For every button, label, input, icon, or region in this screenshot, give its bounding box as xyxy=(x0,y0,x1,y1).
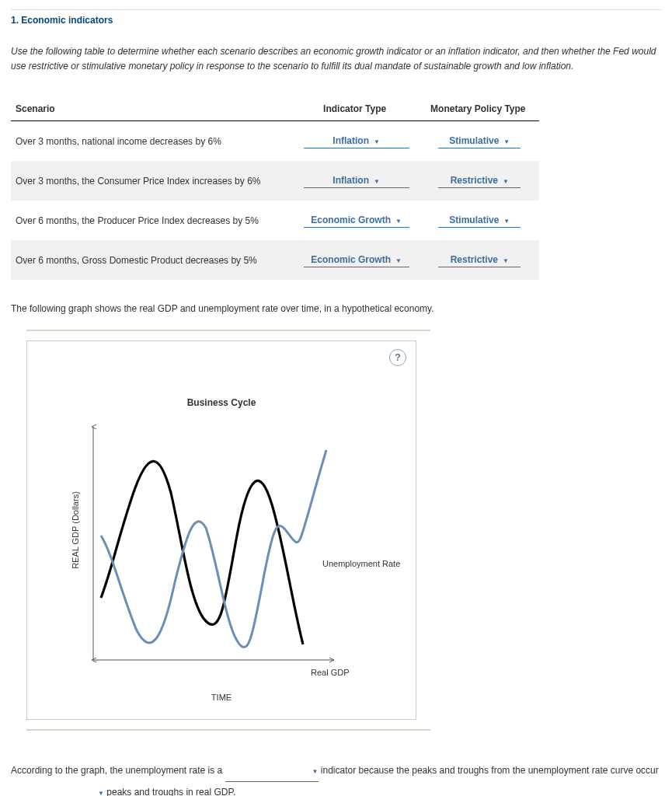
business-cycle-chart: ? Business Cycle REAL GDP (Dollars) Unem… xyxy=(26,340,416,720)
help-icon[interactable]: ? xyxy=(389,349,406,366)
chevron-down-icon: ▼ xyxy=(503,257,509,264)
policy-dropdown[interactable]: Restrictive▼ xyxy=(438,253,521,267)
instructions-text: Use the following table to determine whe… xyxy=(11,44,661,74)
indicator-dropdown[interactable]: Economic Growth▼ xyxy=(304,253,409,267)
scenario-cell: Over 6 months, the Producer Price Index … xyxy=(11,201,293,240)
sentence-part1: According to the graph, the unemployment… xyxy=(11,765,222,776)
policy-dropdown[interactable]: Restrictive▼ xyxy=(438,173,521,188)
scenario-cell: Over 3 months, the Consumer Price Index … xyxy=(11,161,293,201)
chevron-down-icon: ▼ xyxy=(312,768,319,775)
col-scenario: Scenario xyxy=(11,97,293,121)
policy-dropdown[interactable]: Stimulative▼ xyxy=(438,213,521,228)
scenario-table: Scenario Indicator Type Monetary Policy … xyxy=(11,97,539,280)
sentence-part3: peaks and troughs in real GDP. xyxy=(106,787,235,796)
fill-in-sentence: According to the graph, the unemployment… xyxy=(11,760,661,796)
timing-dropdown[interactable]: ▼ xyxy=(11,782,104,796)
chevron-down-icon: ▼ xyxy=(503,138,510,145)
legend-real-gdp: Real GDP xyxy=(311,668,350,677)
scenario-cell: Over 6 months, Gross Domestic Product de… xyxy=(11,240,293,280)
col-indicator: Indicator Type xyxy=(293,97,420,121)
chart-title: Business Cycle xyxy=(27,397,416,408)
table-row: Over 6 months, the Producer Price Index … xyxy=(11,201,539,240)
sentence-part2: indicator because the peaks and troughs … xyxy=(321,765,659,776)
chevron-down-icon: ▼ xyxy=(374,178,380,185)
legend-unemployment: Unemployment Rate xyxy=(322,559,400,568)
graph-intro-text: The following graph shows the real GDP a… xyxy=(11,303,661,314)
indicator-dropdown[interactable]: Inflation▼ xyxy=(304,173,409,188)
chart-bottom-rule xyxy=(26,729,430,731)
chevron-down-icon: ▼ xyxy=(503,218,510,225)
table-row: Over 3 months, national income decreases… xyxy=(11,121,539,162)
chevron-down-icon: ▼ xyxy=(98,790,104,796)
indicator-type-dropdown[interactable]: ▼ xyxy=(225,760,319,781)
scenario-cell: Over 3 months, national income decreases… xyxy=(11,121,293,162)
chart-plot xyxy=(70,419,357,676)
chevron-down-icon: ▼ xyxy=(374,138,380,145)
indicator-dropdown[interactable]: Economic Growth▼ xyxy=(304,213,409,228)
chevron-down-icon: ▼ xyxy=(503,178,509,185)
chevron-down-icon: ▼ xyxy=(395,257,402,264)
policy-dropdown[interactable]: Stimulative▼ xyxy=(438,134,521,148)
chevron-down-icon: ▼ xyxy=(395,218,402,225)
section-title: 1. Economic indicators xyxy=(11,9,661,26)
chart-top-rule xyxy=(26,330,430,331)
x-axis-label: TIME xyxy=(27,693,416,702)
table-row: Over 3 months, the Consumer Price Index … xyxy=(11,161,539,201)
col-policy: Monetary Policy Type xyxy=(420,97,539,121)
table-row: Over 6 months, Gross Domestic Product de… xyxy=(11,240,539,280)
indicator-dropdown[interactable]: Inflation▼ xyxy=(304,134,409,148)
